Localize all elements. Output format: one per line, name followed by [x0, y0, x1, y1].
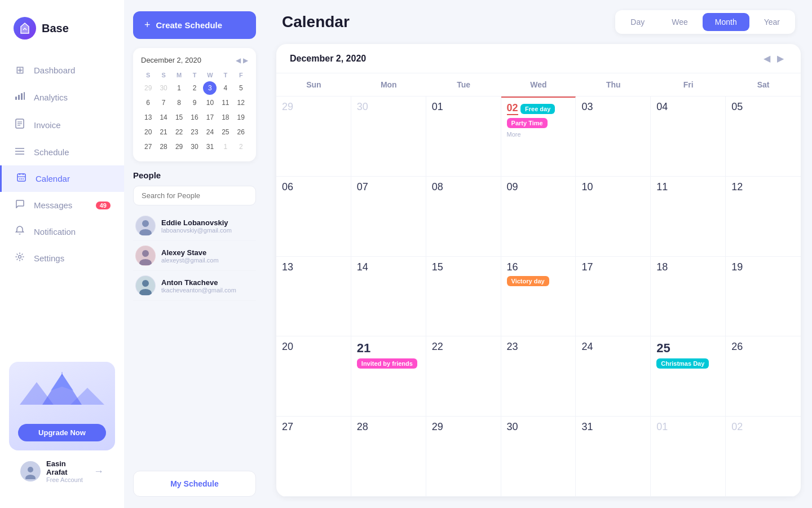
event-christmas-day[interactable]: Christmas Day	[656, 358, 709, 369]
cal-cell-29-nov[interactable]: 29	[276, 97, 351, 177]
cal-next-btn[interactable]: ▶	[774, 53, 787, 64]
mini-cal-day[interactable]: 8	[173, 96, 186, 110]
mini-cal-day[interactable]: 30	[157, 81, 170, 95]
cal-cell-13[interactable]: 13	[276, 257, 351, 337]
cell-num: 16	[507, 261, 570, 273]
cal-cell-26[interactable]: 26	[726, 336, 801, 417]
mini-cal-day[interactable]: 26	[234, 125, 248, 139]
mini-cal-day[interactable]: 31	[203, 140, 217, 154]
cal-cell-30-nov[interactable]: 30	[351, 97, 426, 177]
view-btn-day[interactable]: Day	[618, 13, 657, 31]
mini-cal-day[interactable]: 17	[203, 111, 217, 124]
cal-cell-25[interactable]: 25 Christmas Day	[651, 336, 726, 417]
mini-cal-day[interactable]: 15	[173, 111, 186, 124]
mini-cal-day[interactable]: 25	[219, 125, 232, 139]
event-victory-day[interactable]: Victory day	[507, 276, 549, 286]
cal-cell-04[interactable]: 04	[651, 97, 726, 177]
mini-cal-day[interactable]: 9	[188, 96, 201, 110]
mini-cal-day[interactable]: 13	[142, 111, 155, 124]
sidebar-item-analytics[interactable]: Analytics	[0, 84, 124, 111]
mini-cal-day[interactable]: 11	[219, 96, 232, 110]
cal-cell-23[interactable]: 23	[501, 336, 576, 417]
cal-cell-22[interactable]: 22	[426, 336, 501, 417]
mini-cal-day[interactable]: 28	[157, 140, 170, 154]
mini-cal-day[interactable]: 5	[234, 81, 248, 95]
mini-cal-day[interactable]: 23	[188, 125, 201, 139]
mini-cal-day[interactable]: 12	[234, 96, 248, 110]
mini-cal-day[interactable]: 1	[173, 81, 186, 95]
cal-cell-16[interactable]: 16 Victory day	[501, 257, 576, 337]
mini-cal-day[interactable]: 19	[234, 111, 248, 124]
create-schedule-button[interactable]: + Create Schedule	[133, 11, 256, 39]
cal-cell-27[interactable]: 27	[276, 417, 351, 497]
cal-cell-06[interactable]: 06	[276, 177, 351, 257]
event-invited-by-friends[interactable]: Invited by friends	[357, 358, 417, 369]
sidebar-item-invoice[interactable]: Invoice	[0, 111, 124, 139]
sidebar-item-calendar[interactable]: Calendar	[0, 165, 124, 192]
mini-cal-day[interactable]: 2	[188, 81, 201, 95]
mini-cal-day[interactable]: 30	[188, 140, 201, 154]
sidebar-item-schedule[interactable]: Schedule	[0, 139, 124, 165]
cal-cell-31[interactable]: 31	[576, 417, 651, 497]
cal-cell-28[interactable]: 28	[351, 417, 426, 497]
mini-cal-day[interactable]: 16	[188, 111, 201, 124]
mini-cal-next[interactable]: ▶	[243, 56, 248, 64]
cal-cell-17[interactable]: 17	[576, 257, 651, 337]
cal-cell-07[interactable]: 07	[351, 177, 426, 257]
view-btn-year[interactable]: Year	[752, 13, 792, 31]
mini-cal-day[interactable]: 6	[142, 96, 155, 110]
sidebar-item-notification[interactable]: Notification	[0, 218, 124, 245]
sidebar-item-messages[interactable]: Messages 49	[0, 192, 124, 218]
mini-cal-day-selected[interactable]: 3	[203, 81, 217, 95]
upgrade-button[interactable]: Upgrade Now	[18, 424, 106, 441]
cal-cell-24[interactable]: 24	[576, 336, 651, 417]
cal-cell-10[interactable]: 10	[576, 177, 651, 257]
cal-cell-20[interactable]: 20	[276, 336, 351, 417]
view-btn-month[interactable]: Month	[703, 13, 749, 31]
event-more-link[interactable]: More	[507, 131, 570, 138]
mini-cal-day[interactable]: 7	[157, 96, 170, 110]
cal-cell-03[interactable]: 03	[576, 97, 651, 177]
mini-cal-day[interactable]: 29	[142, 81, 155, 95]
cal-cell-02-jan[interactable]: 02	[726, 417, 801, 497]
cal-cell-29[interactable]: 29	[426, 417, 501, 497]
calendar-days-header: Sun Mon Tue Wed Thu Fri Sat	[276, 73, 801, 97]
mini-cal-day[interactable]: 27	[142, 140, 155, 154]
cal-cell-15[interactable]: 15	[426, 257, 501, 337]
mini-cal-day[interactable]: 1	[219, 140, 232, 154]
mini-cal-day[interactable]: 22	[173, 125, 186, 139]
view-btn-week[interactable]: Wee	[659, 13, 700, 31]
sidebar-item-settings[interactable]: Settings	[0, 245, 124, 271]
cal-cell-12[interactable]: 12	[726, 177, 801, 257]
cal-cell-11[interactable]: 11	[651, 177, 726, 257]
cal-cell-02[interactable]: 02 Free day Party Time More	[501, 97, 576, 177]
mini-cal-prev[interactable]: ◀	[236, 56, 241, 64]
my-schedule-button[interactable]: My Schedule	[133, 471, 256, 497]
mini-cal-day[interactable]: 2	[234, 140, 248, 154]
mini-cal-day[interactable]: 21	[157, 125, 170, 139]
mini-cal-day[interactable]: 20	[142, 125, 155, 139]
event-party-time[interactable]: Party Time	[507, 118, 548, 128]
cal-cell-18[interactable]: 18	[651, 257, 726, 337]
mini-cal-day[interactable]: 24	[203, 125, 217, 139]
mini-cal-day[interactable]: 10	[203, 96, 217, 110]
cal-cell-14[interactable]: 14	[351, 257, 426, 337]
logout-icon[interactable]: →	[94, 466, 104, 478]
cal-cell-09[interactable]: 09	[501, 177, 576, 257]
cal-cell-08[interactable]: 08	[426, 177, 501, 257]
mini-cal-day[interactable]: 29	[173, 140, 186, 154]
cal-prev-btn[interactable]: ◀	[760, 53, 774, 64]
cell-num: 02	[731, 421, 795, 433]
cal-cell-01[interactable]: 01	[426, 97, 501, 177]
event-free-day[interactable]: Free day	[520, 104, 555, 114]
cal-cell-21[interactable]: 21 Invited by friends	[351, 336, 426, 417]
cal-cell-19[interactable]: 19	[726, 257, 801, 337]
cal-cell-30[interactable]: 30	[501, 417, 576, 497]
sidebar-item-dashboard[interactable]: ⊞ Dashboard	[0, 56, 124, 84]
mini-cal-day[interactable]: 18	[219, 111, 232, 124]
mini-cal-day[interactable]: 14	[157, 111, 170, 124]
mini-cal-day[interactable]: 4	[219, 81, 232, 95]
search-people-input[interactable]	[133, 186, 256, 205]
cal-cell-01-jan[interactable]: 01	[651, 417, 726, 497]
cal-cell-05[interactable]: 05	[726, 97, 801, 177]
